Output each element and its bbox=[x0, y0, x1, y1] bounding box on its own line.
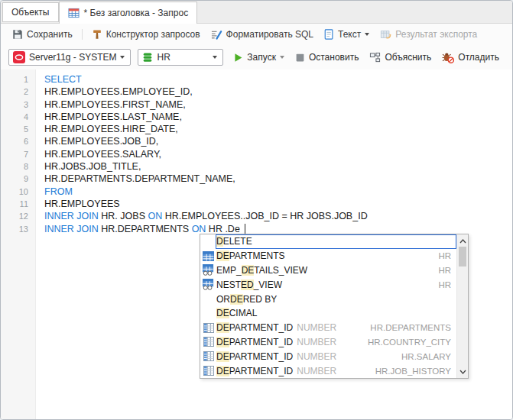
tab-query-label: * Без заголовка - Запрос bbox=[84, 8, 189, 18]
sql-text: HR .De bbox=[206, 224, 242, 234]
main-toolbar: Сохранить Конструктор запросов Форматиро… bbox=[1, 24, 512, 45]
item-name: DEPARTMENT_ID bbox=[216, 366, 293, 376]
save-label: Сохранить bbox=[27, 29, 73, 40]
column-icon bbox=[200, 323, 216, 333]
line-number: 9 bbox=[1, 173, 28, 185]
match-highlight: DE bbox=[216, 351, 229, 362]
code-line[interactable]: HR.EMPLOYEES.HIRE_DATE, bbox=[44, 123, 512, 135]
item-name: DEPARTMENT_ID bbox=[216, 337, 293, 347]
item-context: HR.COUNTRY_CITY bbox=[368, 338, 451, 347]
autocomplete-item[interactable]: ORDERED BY bbox=[200, 292, 456, 306]
autocomplete-item[interactable]: EMP_DETAILS_VIEWHR bbox=[200, 263, 456, 278]
query-builder-label: Конструктор запросов bbox=[106, 29, 200, 40]
table-icon bbox=[200, 251, 216, 261]
sql-editor-area: 12345678910111213 SELECTHR.EMPLOYEES.EMP… bbox=[1, 69, 512, 419]
sql-text: HR.JOBS.JOB_TITLE, bbox=[44, 161, 141, 172]
connection-value: Server11g - SYSTEM bbox=[29, 52, 116, 63]
explain-button[interactable]: Объяснить bbox=[364, 48, 437, 66]
column-icon bbox=[200, 337, 216, 347]
stop-label: Остановить bbox=[309, 52, 359, 63]
sql-text: HR.EMPLOYEES.LAST_NAME, bbox=[44, 111, 182, 122]
item-context: HR.SALARY bbox=[401, 352, 451, 361]
tab-objects[interactable]: Объекты bbox=[2, 2, 59, 22]
item-datatype: NUMBER bbox=[297, 322, 336, 333]
autocomplete-item[interactable]: DEPARTMENTSHR bbox=[200, 249, 456, 263]
export-result-button[interactable]: Результат экспорта bbox=[375, 25, 482, 44]
code-line[interactable]: HR.EMPLOYEES.SALARY, bbox=[44, 148, 512, 160]
line-number: 11 bbox=[1, 198, 28, 210]
code-line[interactable]: HR.DEPARTMENTS.DEPARTMENT_NAME, bbox=[44, 173, 512, 185]
explain-label: Объяснить bbox=[385, 52, 431, 63]
debug-button[interactable]: Отладить bbox=[437, 48, 505, 66]
database-value: HR bbox=[157, 52, 209, 63]
scroll-up-arrow[interactable] bbox=[457, 235, 468, 247]
sql-keyword: INNER JOIN bbox=[44, 211, 99, 221]
code-line[interactable]: HR.JOBS.JOB_TITLE, bbox=[44, 160, 512, 173]
autocomplete-list: DELETEDEPARTMENTSHREMP_DETAILS_VIEWHRNES… bbox=[200, 234, 456, 378]
chevron-down-icon bbox=[280, 56, 284, 59]
text-document-icon bbox=[324, 29, 334, 40]
toolbar-separator bbox=[82, 29, 83, 40]
sql-keyword: ON bbox=[148, 211, 162, 221]
code-line[interactable]: FROM bbox=[44, 186, 512, 198]
code-line[interactable]: HR.EMPLOYEES.EMPLOYEE_ID, bbox=[44, 86, 512, 98]
query-table-icon bbox=[68, 8, 80, 18]
autocomplete-item[interactable]: DEPARTMENT_IDNUMBERHR.JOB_HISTORY bbox=[200, 363, 456, 378]
autocomplete-item[interactable]: DELETE bbox=[200, 234, 456, 249]
autocomplete-scrollbar[interactable] bbox=[456, 234, 468, 378]
view-icon bbox=[200, 279, 216, 290]
item-name: DECIMAL bbox=[216, 308, 257, 318]
sql-text: HR.DEPARTMENTS.DEPARTMENT_NAME, bbox=[44, 173, 235, 184]
item-datatype: NUMBER bbox=[297, 366, 336, 376]
line-number: 12 bbox=[1, 210, 28, 222]
line-number: 10 bbox=[1, 186, 28, 198]
code-line[interactable]: HR.EMPLOYEES.LAST_NAME, bbox=[44, 111, 512, 123]
column-icon bbox=[200, 351, 216, 361]
line-number: 2 bbox=[1, 86, 28, 98]
code-line[interactable]: SELECT bbox=[44, 73, 512, 86]
autocomplete-item[interactable]: DEPARTMENT_IDNUMBERHR.SALARY bbox=[200, 349, 456, 363]
match-highlight: DE bbox=[230, 294, 243, 305]
line-number-gutter: 12345678910111213 bbox=[1, 69, 36, 419]
text-menu-label: Текст bbox=[338, 29, 361, 40]
autocomplete-item[interactable]: DECIMAL bbox=[200, 306, 456, 321]
format-sql-label: Форматировать SQL bbox=[226, 29, 313, 40]
autocomplete-item[interactable]: DEPARTMENT_IDNUMBERHR.COUNTRY_CITY bbox=[200, 335, 456, 350]
save-icon bbox=[12, 29, 23, 40]
line-number: 13 bbox=[1, 223, 28, 235]
sql-text: HR.EMPLOYEES.HIRE_DATE, bbox=[44, 124, 178, 134]
oracle-connection-icon bbox=[13, 51, 25, 63]
sql-text: HR.EMPLOYEES.SALARY, bbox=[44, 149, 161, 160]
text-menu-button[interactable]: Текст bbox=[319, 25, 375, 44]
item-name: DEPARTMENTS bbox=[216, 250, 285, 261]
sql-keyword: INNER JOIN bbox=[44, 224, 99, 234]
scroll-down-arrow[interactable] bbox=[457, 366, 468, 377]
line-number: 3 bbox=[1, 99, 28, 111]
match-highlight: ED bbox=[241, 279, 254, 290]
code-line[interactable]: HR.EMPLOYEES.JOB_ID, bbox=[44, 135, 512, 147]
sql-text: HR.EMPLOYEES..JOB_ID = HR JOBS.JOB_ID bbox=[162, 211, 367, 221]
query-builder-button[interactable]: Конструктор запросов bbox=[86, 25, 206, 44]
database-select[interactable]: HR bbox=[138, 49, 223, 66]
connection-select[interactable]: Server11g - SYSTEM bbox=[8, 49, 131, 66]
autocomplete-item[interactable]: DEPARTMENT_IDNUMBERHR.DEPARTMENTS bbox=[200, 321, 456, 335]
scrollbar-thumb[interactable] bbox=[459, 247, 466, 267]
code-line[interactable]: HR.EMPLOYEES bbox=[44, 198, 512, 210]
stop-button[interactable]: Остановить bbox=[290, 48, 365, 66]
sql-text: HR.EMPLOYEES.JOB_ID, bbox=[44, 136, 158, 147]
run-toolbar: Server11g - SYSTEM HR Запуск bbox=[1, 45, 512, 69]
export-result-icon bbox=[380, 29, 391, 40]
autocomplete-item[interactable]: NESTED_VIEWHR bbox=[200, 277, 456, 292]
match-highlight: DE bbox=[216, 337, 229, 347]
format-sql-button[interactable]: Форматировать SQL bbox=[206, 25, 319, 44]
item-context: HR bbox=[438, 266, 451, 275]
match-highlight: DE bbox=[216, 250, 229, 261]
code-line[interactable]: INNER JOIN HR. JOBS ON HR.EMPLOYEES..JOB… bbox=[44, 210, 512, 222]
database-icon bbox=[142, 52, 153, 63]
run-button[interactable]: Запуск bbox=[228, 48, 290, 66]
save-button[interactable]: Сохранить bbox=[7, 25, 78, 44]
tab-query[interactable]: * Без заголовка - Запрос bbox=[59, 2, 198, 24]
tab-bar: Объекты * Без заголовка - Запрос bbox=[1, 1, 512, 24]
match-highlight: DE bbox=[216, 322, 229, 333]
code-line[interactable]: HR.EMPLOYEES.FIRST_NAME, bbox=[44, 99, 512, 111]
